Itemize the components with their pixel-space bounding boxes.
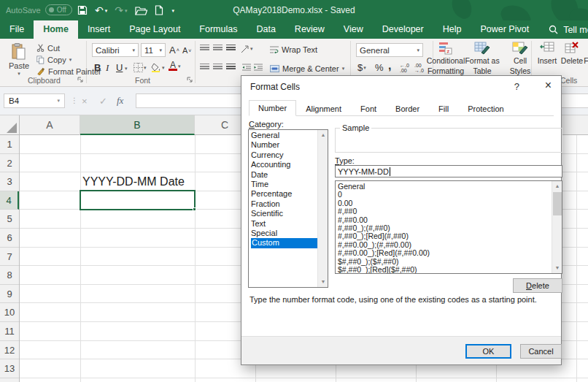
tab-view[interactable]: View bbox=[334, 20, 373, 39]
accounting-dropdown-icon[interactable]: ▾ bbox=[363, 65, 366, 71]
dialog-tab-protection[interactable]: Protection bbox=[458, 101, 514, 116]
dialog-close-button[interactable]: × bbox=[545, 79, 552, 92]
row-header-4[interactable]: 4 bbox=[0, 191, 19, 210]
row-header-10[interactable]: 10 bbox=[0, 303, 19, 322]
scroll-up-icon[interactable]: ▲ bbox=[552, 181, 562, 191]
clipboard-dialog-launcher[interactable] bbox=[77, 76, 84, 85]
tab-developer[interactable]: Developer bbox=[373, 20, 433, 39]
cancel-button[interactable]: Cancel bbox=[520, 344, 562, 359]
orientation-button[interactable]: ▾ bbox=[241, 45, 253, 53]
percent-style-button[interactable]: % bbox=[375, 62, 384, 73]
font-color-button[interactable]: A ▾ bbox=[169, 61, 181, 71]
category-currency[interactable]: Currency bbox=[251, 150, 317, 160]
row-header-11[interactable]: 11 bbox=[0, 322, 19, 341]
category-percentage[interactable]: Percentage bbox=[251, 189, 317, 199]
bold-button[interactable]: B bbox=[94, 62, 101, 73]
category-fraction[interactable]: Fraction bbox=[251, 199, 317, 209]
align-left-button[interactable] bbox=[200, 64, 209, 71]
row-header-6[interactable]: 6 bbox=[0, 229, 19, 248]
row-header-8[interactable]: 8 bbox=[0, 266, 19, 285]
enter-entry-button[interactable]: ✓ bbox=[99, 93, 107, 108]
number-format-dropdown-icon[interactable]: ▾ bbox=[417, 47, 419, 53]
wrap-text-button[interactable]: Wrap Text bbox=[270, 45, 317, 54]
scrollbar-thumb[interactable] bbox=[553, 192, 562, 215]
decrease-decimal-button[interactable]: .00→.0 bbox=[414, 63, 424, 73]
tab-insert[interactable]: Insert bbox=[78, 20, 120, 39]
column-header-a[interactable]: A bbox=[20, 115, 80, 135]
insert-function-button[interactable]: fx bbox=[117, 93, 123, 108]
accounting-format-button[interactable]: $ ▾ bbox=[357, 62, 366, 73]
tab-home[interactable]: Home bbox=[34, 20, 78, 39]
comma-style-button[interactable]: , bbox=[388, 59, 391, 72]
font-dialog-launcher[interactable] bbox=[187, 76, 193, 85]
category-time[interactable]: Time bbox=[251, 180, 317, 189]
row-header-13[interactable]: 13 bbox=[0, 359, 19, 378]
format-code-scrollbar[interactable]: ▲ ▼ bbox=[552, 181, 562, 273]
category-custom-selected[interactable]: Custom bbox=[251, 238, 325, 248]
category-text[interactable]: Text bbox=[251, 219, 317, 229]
category-special[interactable]: Special bbox=[251, 229, 317, 238]
format-code-listbox[interactable]: General 0 0.00 #,##0 #,##0.00 #,##0_);(#… bbox=[335, 180, 562, 274]
type-input[interactable]: YYYY-MM-DD bbox=[335, 165, 562, 177]
borders-button[interactable]: ▾ bbox=[134, 63, 147, 72]
row-header-3[interactable]: 3 bbox=[0, 172, 19, 191]
selected-cell-b4[interactable] bbox=[80, 190, 196, 210]
font-name-dropdown-icon[interactable]: ▾ bbox=[132, 47, 135, 53]
insert-cells-button[interactable]: Insert bbox=[535, 42, 560, 65]
align-bottom-button[interactable] bbox=[226, 45, 236, 52]
format-as-table-button[interactable]: Format as Table bbox=[465, 42, 499, 75]
cell-b3[interactable]: YYYY-DD-MM Date bbox=[82, 172, 199, 191]
scroll-down-icon[interactable]: ▼ bbox=[552, 263, 562, 273]
increase-indent-button[interactable] bbox=[254, 64, 263, 71]
format-code[interactable]: $#,##0_);[Red]($#,##0) bbox=[338, 266, 550, 274]
category-listbox[interactable]: General Number Currency Accounting Date … bbox=[248, 129, 328, 288]
scroll-down-icon[interactable]: ▼ bbox=[318, 277, 328, 287]
name-box[interactable]: B4 ▾ bbox=[4, 93, 65, 108]
dialog-tab-number[interactable]: Number bbox=[249, 100, 296, 116]
align-center-button[interactable] bbox=[213, 64, 223, 71]
row-header-5[interactable]: 5 bbox=[0, 210, 19, 229]
format-code[interactable]: 0 bbox=[338, 191, 550, 199]
copy-dropdown-icon[interactable]: ▾ bbox=[69, 57, 72, 63]
tab-formulas[interactable]: Formulas bbox=[190, 20, 247, 39]
tab-power-pivot[interactable]: Power Pivot bbox=[471, 20, 538, 39]
tab-file[interactable]: File bbox=[0, 20, 34, 39]
format-code[interactable]: #,##0 bbox=[338, 207, 550, 215]
scroll-up-icon[interactable]: ▲ bbox=[318, 130, 328, 140]
row-header-12[interactable]: 12 bbox=[0, 341, 19, 360]
fill-color-button[interactable]: ▾ bbox=[151, 63, 165, 72]
tab-help[interactable]: Help bbox=[433, 20, 471, 39]
cancel-entry-button[interactable]: × bbox=[82, 93, 88, 108]
category-date[interactable]: Date bbox=[251, 170, 317, 180]
conditional-formatting-button[interactable]: ≠ Conditional Formatting bbox=[429, 42, 463, 75]
ok-button[interactable]: OK bbox=[465, 344, 511, 359]
decrease-indent-button[interactable] bbox=[242, 64, 251, 71]
underline-button[interactable]: U bbox=[116, 62, 123, 73]
dialog-tab-font[interactable]: Font bbox=[351, 101, 386, 116]
row-header-1[interactable]: 1 bbox=[0, 135, 19, 154]
format-code[interactable]: #,##0.00_);[Red](#,##0.00) bbox=[338, 249, 550, 257]
italic-button[interactable]: I bbox=[106, 62, 109, 74]
delete-format-button[interactable]: Delete bbox=[513, 278, 562, 293]
orientation-dropdown-icon[interactable]: ▾ bbox=[250, 46, 253, 52]
fill-handle[interactable] bbox=[193, 207, 196, 211]
tell-me-box[interactable]: Tell me what you want to do bbox=[549, 20, 588, 39]
category-accounting[interactable]: Accounting bbox=[251, 160, 317, 169]
tab-data[interactable]: Data bbox=[247, 20, 285, 39]
dialog-tab-border[interactable]: Border bbox=[386, 101, 429, 116]
name-box-dropdown-icon[interactable]: ▾ bbox=[57, 98, 60, 104]
increase-decimal-button[interactable]: ←.0.00 bbox=[400, 63, 409, 73]
format-code[interactable]: 0.00 bbox=[338, 199, 550, 207]
number-format-combo[interactable]: General ▾ bbox=[356, 43, 423, 57]
dialog-tab-alignment[interactable]: Alignment bbox=[296, 101, 351, 116]
tab-review[interactable]: Review bbox=[285, 20, 334, 39]
format-painter-button[interactable]: Format Painter bbox=[36, 66, 101, 77]
increase-font-button[interactable]: A˄ bbox=[169, 45, 179, 56]
align-top-button[interactable] bbox=[200, 45, 209, 52]
select-all-corner[interactable] bbox=[0, 115, 20, 135]
category-number[interactable]: Number bbox=[251, 140, 317, 150]
merge-center-button[interactable]: Merge & Center ▾ bbox=[270, 64, 344, 73]
merge-center-dropdown-icon[interactable]: ▾ bbox=[342, 66, 345, 72]
decrease-font-button[interactable]: A˅ bbox=[182, 46, 191, 55]
category-scientific[interactable]: Scientific bbox=[251, 209, 317, 218]
